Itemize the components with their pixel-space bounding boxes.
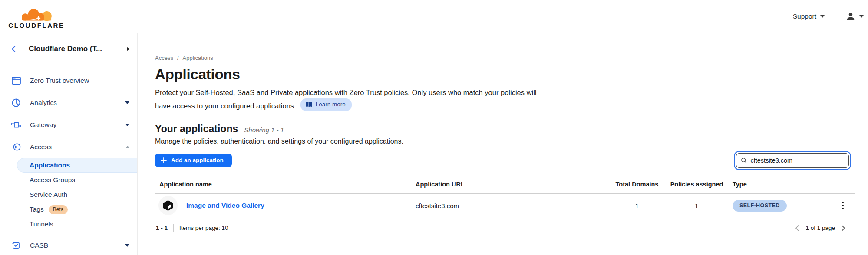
sidebar-item-access-groups[interactable]: Access Groups	[0, 173, 137, 187]
page-info: 1 of 1 page	[805, 225, 835, 231]
chevron-up-icon[interactable]	[126, 146, 129, 148]
chevron-down-icon[interactable]	[125, 244, 129, 247]
column-header-type: Type	[733, 181, 830, 188]
support-label: Support	[793, 13, 816, 20]
sidebar-item-gateway[interactable]: Gateway	[0, 114, 137, 136]
page-title: Applications	[155, 66, 855, 83]
search-input[interactable]	[750, 157, 844, 164]
toolbar: Add an application	[155, 153, 855, 168]
access-subnav: Applications Access Groups Service Auth …	[0, 158, 137, 232]
sidebar-item-applications[interactable]: Applications	[17, 158, 137, 173]
sidebar-item-analytics[interactable]: Analytics	[0, 92, 137, 114]
user-icon	[845, 11, 856, 22]
section-title: Your applications	[155, 123, 238, 135]
cloudflare-logo[interactable]: CLOUDFLARE	[7, 4, 66, 29]
column-header-application-name: Application name	[155, 181, 416, 188]
sidebar-item-label: Access	[30, 143, 52, 151]
sidebar-item-zero-trust-overview[interactable]: Zero Trust overview	[0, 69, 137, 92]
breadcrumb: Access / Applications	[155, 55, 855, 61]
kebab-menu-icon[interactable]	[840, 200, 845, 211]
column-header-application-url: Application URL	[416, 181, 613, 188]
pagination-divider	[173, 224, 174, 232]
section-subtext: Manage the policies, authentication, and…	[155, 137, 855, 145]
application-url: cftestsite3.com	[416, 202, 613, 209]
plus-icon	[161, 157, 167, 163]
application-link[interactable]: Image and Video Gallery	[186, 202, 264, 209]
top-header: CLOUDFLARE Support	[0, 0, 868, 33]
sidebar-item-label: Service Auth	[30, 191, 67, 199]
logo-wordmark: CLOUDFLARE	[8, 22, 64, 29]
overview-icon	[11, 76, 21, 85]
total-domains-value: 1	[613, 202, 661, 209]
sidebar-item-label: Access Groups	[30, 176, 75, 184]
learn-more-badge[interactable]: Learn more	[300, 98, 352, 111]
sidebar-nav: Zero Trust overview Analytics Gateway	[0, 65, 137, 255]
sidebar-item-service-auth[interactable]: Service Auth	[0, 187, 137, 202]
showing-count: Showing 1 - 1	[244, 126, 284, 134]
chevron-down-icon	[820, 15, 825, 18]
beta-badge: Beta	[49, 205, 68, 214]
add-application-button[interactable]: Add an application	[155, 154, 232, 167]
chevron-down-icon[interactable]	[125, 124, 129, 126]
add-application-label: Add an application	[171, 157, 224, 163]
access-icon	[11, 142, 21, 152]
chevron-down-icon[interactable]	[125, 101, 129, 104]
gateway-icon	[11, 120, 21, 130]
sidebar-item-label: Analytics	[30, 99, 57, 107]
column-header-policies-assigned: Policies assigned	[661, 181, 733, 188]
cloudflare-cloud-icon	[14, 4, 59, 21]
account-switcher[interactable]: Cloudflare Demo (T...	[0, 33, 137, 65]
sidebar-item-label: Gateway	[30, 121, 56, 129]
sidebar-item-label: CASB	[30, 242, 48, 249]
support-menu[interactable]: Support	[793, 13, 825, 20]
type-badge: SELF-HOSTED	[733, 200, 787, 212]
sidebar-item-label: Tunnels	[30, 220, 53, 228]
table-header: Application name Application URL Total D…	[155, 181, 855, 194]
account-name: Cloudflare Demo (T...	[29, 45, 119, 53]
book-icon	[305, 101, 312, 108]
breadcrumb-separator: /	[177, 55, 179, 61]
learn-more-label: Learn more	[316, 100, 346, 109]
search-icon	[741, 157, 747, 164]
pagination-range: 1 - 1	[156, 225, 168, 231]
sidebar-item-tunnels[interactable]: Tunnels	[0, 217, 137, 232]
sidebar-item-casb[interactable]: CASB	[0, 234, 137, 255]
analytics-icon	[11, 98, 21, 108]
sidebar-item-label: Tags	[30, 206, 44, 213]
applications-table: Application name Application URL Total D…	[155, 181, 855, 218]
user-menu[interactable]	[845, 11, 864, 22]
chevron-left-icon[interactable]	[794, 225, 800, 232]
sidebar-item-tags[interactable]: Tags Beta	[0, 202, 137, 217]
table-row: Image and Video Gallery cftestsite3.com …	[155, 194, 855, 218]
app-cube-icon	[158, 196, 178, 215]
chevron-down-icon	[859, 15, 864, 18]
back-arrow-icon[interactable]	[11, 45, 21, 53]
pagination: 1 - 1 Items per page: 10 1 of 1 page	[155, 218, 855, 232]
chevron-right-icon[interactable]	[840, 225, 846, 232]
sidebar: Cloudflare Demo (T... Zero Trust overvie…	[0, 33, 138, 255]
breadcrumb-access[interactable]: Access	[155, 55, 173, 61]
policies-assigned-value: 1	[661, 202, 733, 209]
main-content: Access / Applications Applications Prote…	[138, 33, 868, 255]
page-description: Protect your Self-Hosted, SaaS and Priva…	[155, 87, 537, 112]
casb-icon	[11, 241, 21, 250]
sidebar-item-access[interactable]: Access	[0, 136, 137, 158]
breadcrumb-applications[interactable]: Applications	[183, 55, 213, 61]
column-header-total-domains: Total Domains	[613, 181, 661, 188]
items-per-page[interactable]: Items per page: 10	[179, 225, 228, 231]
sidebar-item-label: Applications	[30, 161, 70, 169]
sidebar-item-label: Zero Trust overview	[30, 77, 89, 85]
expand-right-icon[interactable]	[127, 47, 129, 51]
search-box	[736, 153, 849, 168]
